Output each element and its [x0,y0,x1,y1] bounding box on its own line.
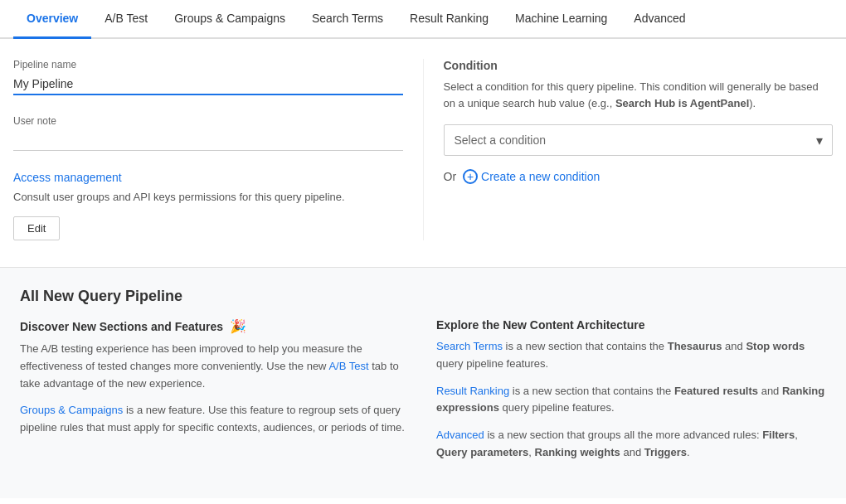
left-panel: Pipeline name User note Access managemen… [13,59,403,240]
pipeline-name-input[interactable] [13,74,403,95]
stop-words-label: Stop words [746,340,805,352]
nav-tab-machine-learning[interactable]: Machine Learning [502,0,620,39]
select-condition-wrapper: Select a condition [444,124,834,156]
bottom-banner: All New Query Pipeline Discover New Sect… [0,267,846,498]
condition-title: Condition [444,59,834,72]
banner-title: All New Query Pipeline [20,288,826,305]
banner-left-col: Discover New Sections and Features 🎉 The… [20,318,410,472]
advanced-link[interactable]: Advanced [436,429,484,441]
result-ranking-link[interactable]: Result Ranking [436,385,509,397]
search-terms-link[interactable]: Search Terms [436,340,503,352]
discover-emoji: 🎉 [230,318,246,334]
filters-label: Filters [762,429,795,441]
banner-ab-test-text: The A/B testing experience has been impr… [20,341,410,392]
nav-tabs: OverviewA/B TestGroups & CampaignsSearch… [0,0,846,39]
banner-right-col: Explore the New Content Architecture Sea… [436,318,826,472]
banner-advanced-text: Advanced is a new section that groups al… [436,427,826,462]
user-note-group: User note [13,115,403,151]
banner-result-ranking-text: Result Ranking is a new section that con… [436,383,826,418]
nav-tab-overview[interactable]: Overview [13,0,91,39]
user-note-label: User note [13,115,403,127]
ranking-weights-label: Ranking weights [535,446,620,458]
explore-section-title-row: Explore the New Content Architecture [436,318,826,332]
create-condition-label: Create a new condition [481,170,600,183]
or-label: Or [444,170,457,183]
create-condition-link[interactable]: + Create a new condition [463,169,600,184]
condition-desc: Select a condition for this query pipeli… [444,79,834,111]
triggers-label: Triggers [644,446,687,458]
right-panel: Condition Select a condition for this qu… [423,59,834,240]
plus-icon: + [463,169,478,184]
banner-search-terms-text: Search Terms is a new section that conta… [436,338,826,373]
pipeline-name-group: Pipeline name [13,59,403,95]
groups-campaigns-link[interactable]: Groups & Campaigns [20,404,123,416]
access-desc: Consult user groups and API keys permiss… [13,191,403,203]
nav-tab-ab-test[interactable]: A/B Test [91,0,161,39]
discover-section-title-row: Discover New Sections and Features 🎉 [20,318,410,334]
user-note-input[interactable] [13,130,403,151]
condition-desc-bold: Search Hub is AgentPanel [615,97,749,109]
condition-select[interactable]: Select a condition [444,124,834,156]
or-row: Or + Create a new condition [444,169,834,184]
banner-groups-campaigns-text: Groups & Campaigns is a new feature. Use… [20,402,410,437]
featured-results-label: Featured results [674,385,758,397]
edit-button[interactable]: Edit [13,216,60,240]
ab-test-link[interactable]: A/B Test [328,360,368,372]
access-management-link[interactable]: Access management [13,171,403,184]
banner-grid: Discover New Sections and Features 🎉 The… [20,318,826,472]
nav-tab-advanced[interactable]: Advanced [620,0,698,39]
pipeline-name-label: Pipeline name [13,59,403,70]
query-parameters-label: Query parameters [436,446,528,458]
nav-tab-search-terms[interactable]: Search Terms [299,0,396,39]
thesaurus-label: Thesaurus [668,340,722,352]
explore-section-title: Explore the New Content Architecture [436,318,645,332]
discover-section-title: Discover New Sections and Features [20,320,223,333]
nav-tab-result-ranking[interactable]: Result Ranking [396,0,502,39]
nav-tab-groups-campaigns[interactable]: Groups & Campaigns [161,0,299,39]
